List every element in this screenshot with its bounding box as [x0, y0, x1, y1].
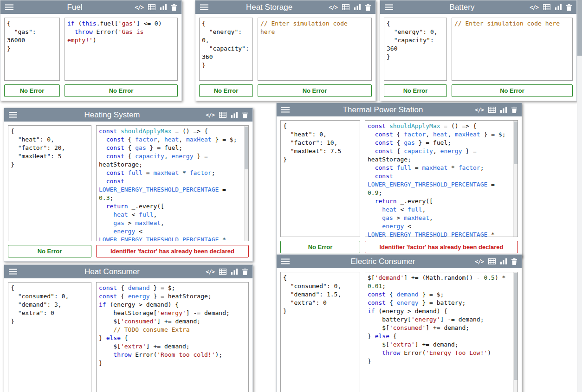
state-status-badge: No Error [199, 84, 253, 97]
panel-title: Thermal Power Station [295, 105, 471, 115]
code-text: // Enter simulation code here [260, 19, 369, 36]
table-icon[interactable] [543, 4, 550, 10]
menu-icon[interactable] [281, 107, 290, 113]
panel-header[interactable]: Heat Storage </> [195, 0, 375, 14]
code-icon[interactable]: </> [530, 4, 538, 11]
panel-header-actions: </> [475, 107, 517, 113]
trash-icon[interactable] [566, 4, 572, 11]
panel-header-actions: </> [530, 4, 572, 11]
status-row: No Error Identifier 'factor' has already… [4, 245, 252, 261]
code-icon[interactable]: </> [475, 107, 484, 113]
state-json-editor[interactable]: { "gas": 36000 } [4, 18, 60, 81]
state-json-editor[interactable]: { "heat": 0, "factor": 10, "maxHeat": 7.… [280, 120, 360, 237]
table-icon[interactable] [488, 107, 496, 113]
table-icon[interactable] [488, 258, 496, 264]
panel-body: { "gas": 36000 } if (this.fuel['gas'] <=… [0, 14, 181, 84]
panel-header[interactable]: Heating System </> [4, 108, 252, 122]
code-editor[interactable]: if (this.fuel['gas'] <= 0) throw Error('… [65, 18, 178, 81]
code-editor-scrollbar[interactable] [513, 272, 517, 392]
trash-icon[interactable] [511, 107, 517, 113]
code-text: const shouldApplyMax = () => { const { f… [99, 127, 246, 241]
table-icon[interactable] [148, 4, 155, 10]
panel-title: Battery [399, 3, 525, 12]
code-icon[interactable]: </> [329, 4, 337, 11]
code-status-badge: No Error [452, 84, 573, 97]
trash-icon[interactable] [242, 112, 248, 118]
code-icon[interactable]: </> [135, 4, 143, 11]
code-editor-scrollbar-thumb[interactable] [245, 127, 248, 169]
chart-icon[interactable] [555, 4, 562, 10]
panel-header[interactable]: Heat Consumer </> [4, 265, 252, 278]
trash-icon[interactable] [171, 4, 177, 11]
chart-icon[interactable] [231, 112, 238, 118]
page-scrollbar-thumb[interactable] [577, 0, 582, 56]
panel-header[interactable]: Electric Consumer </> [277, 255, 522, 268]
panel-title: Heat Storage [214, 3, 324, 12]
chart-icon[interactable] [160, 4, 167, 10]
panel-body: { "consumed": 0, "demand": 1.5, "extra":… [277, 268, 522, 392]
trash-icon[interactable] [365, 4, 371, 11]
code-icon[interactable]: </> [475, 258, 484, 265]
trash-icon[interactable] [511, 258, 517, 265]
state-status-badge: No Error [384, 84, 447, 97]
table-icon[interactable] [219, 269, 226, 275]
code-editor-scrollbar[interactable] [244, 126, 248, 241]
code-editor-scrollbar-thumb[interactable] [514, 122, 517, 164]
code-editor-scrollbar[interactable] [513, 121, 517, 237]
trash-icon[interactable] [242, 269, 248, 275]
table-icon[interactable] [342, 4, 349, 10]
component-panel-battery: Battery </> [380, 0, 577, 101]
component-panel-electric-consumer: Electric Consumer </> [276, 254, 522, 392]
code-text: const shouldApplyMax = () => { const { f… [368, 122, 515, 237]
menu-icon[interactable] [385, 4, 393, 10]
panel-header[interactable]: Thermal Power Station </> [277, 103, 522, 116]
table-icon[interactable] [219, 112, 226, 118]
component-panel-thermal-power-station: Thermal Power Station </> [276, 103, 522, 257]
state-json-editor[interactable]: { "consumed": 0, "demand": 1.5, "extra":… [280, 272, 360, 392]
state-json-text: { "heat": 0, "factor": 10, "maxHeat": 7.… [283, 122, 357, 164]
page-scrollbar[interactable] [577, 0, 582, 392]
code-editor[interactable]: // Enter simulation code here [452, 18, 573, 81]
code-status-badge: Identifier 'factor' has already been dec… [96, 245, 249, 257]
code-editor[interactable]: const shouldApplyMax = () => { const { f… [365, 120, 518, 237]
menu-icon[interactable] [9, 112, 17, 118]
panel-body: { "heat": 0, "factor": 20, "maxHeat": 5 … [4, 122, 252, 245]
state-json-text: { "consumed": 0, "demand": 1.5, "extra":… [283, 274, 357, 315]
state-json-editor[interactable]: { "heat": 0, "factor": 20, "maxHeat": 5 … [8, 125, 91, 241]
chart-icon[interactable] [500, 107, 507, 113]
status-row: No Error No Error [195, 84, 375, 101]
simulation-dashboard: Fuel </> [0, 0, 582, 392]
menu-icon[interactable] [5, 4, 13, 10]
chart-icon[interactable] [354, 4, 361, 10]
component-panel-fuel: Fuel </> [0, 0, 182, 101]
state-status-badge: No Error [8, 245, 91, 257]
code-editor-scrollbar-thumb[interactable] [514, 273, 517, 380]
code-editor[interactable]: const { demand } = $; const { energy } =… [96, 282, 249, 392]
panel-header-actions: </> [206, 112, 248, 118]
panel-header-actions: </> [329, 4, 371, 11]
chart-icon[interactable] [231, 269, 238, 275]
panel-body: { "consumed": 0, "demand": 3, "extra": 0… [4, 278, 252, 392]
code-editor[interactable]: $['demand'] += (Math.random() - 0.5) * 0… [365, 272, 518, 392]
code-text: $['demand'] += (Math.random() - 0.5) * 0… [368, 274, 515, 366]
state-json-editor[interactable]: { "energy": 0, "capacity": 360 } [199, 18, 253, 81]
code-status-badge: No Error [258, 84, 372, 97]
panel-header[interactable]: Battery </> [380, 0, 576, 14]
state-json-editor[interactable]: { "energy": 0, "capacity": 360 } [384, 18, 447, 81]
panel-body: { "heat": 0, "factor": 10, "maxHeat": 7.… [277, 116, 522, 241]
code-editor[interactable]: // Enter simulation code here [258, 18, 372, 81]
code-editor[interactable]: const shouldApplyMax = () => { const { f… [96, 125, 249, 241]
menu-icon[interactable] [281, 258, 290, 264]
status-row: No Error No Error [0, 84, 181, 101]
chart-icon[interactable] [500, 258, 507, 264]
menu-icon[interactable] [9, 269, 17, 275]
panel-header[interactable]: Fuel </> [0, 0, 181, 14]
code-icon[interactable]: </> [206, 112, 214, 118]
menu-icon[interactable] [200, 4, 208, 10]
code-icon[interactable]: </> [206, 269, 214, 275]
code-text: if (this.fuel['gas'] <= 0) throw Error('… [67, 19, 175, 45]
state-json-editor[interactable]: { "consumed": 0, "demand": 3, "extra": 0… [8, 282, 91, 392]
panel-body: { "energy": 0, "capacity": 360 } // Ente… [380, 14, 576, 84]
code-status-badge: No Error [65, 84, 178, 97]
panel-title: Heating System [23, 110, 201, 120]
